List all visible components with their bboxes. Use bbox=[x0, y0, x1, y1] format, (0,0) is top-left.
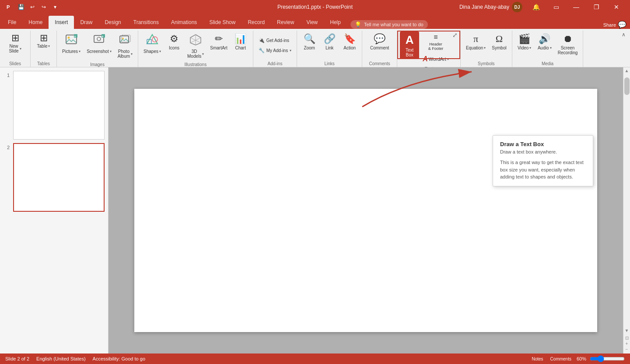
slide-canvas bbox=[134, 89, 597, 332]
links-group-label: Links bbox=[299, 60, 360, 67]
scroll-up-button[interactable]: ▲ bbox=[624, 67, 630, 74]
action-button[interactable]: 🔖 Action bbox=[340, 32, 359, 52]
wordart-label: WordArt bbox=[429, 56, 446, 62]
customize-qa-button[interactable]: ▾ bbox=[50, 2, 60, 12]
user-name: Dina Jane Abay-abay bbox=[459, 4, 509, 10]
pictures-button[interactable]: + Pictures ▾ bbox=[60, 32, 83, 56]
minimize-button[interactable]: — bbox=[566, 0, 586, 14]
images-group-content: + Pictures ▾ + Screenshot ▾ bbox=[59, 31, 136, 61]
tab-design[interactable]: Design bbox=[98, 16, 127, 29]
tab-transitions[interactable]: Transitions bbox=[127, 16, 165, 29]
maximize-button[interactable]: ❐ bbox=[586, 0, 606, 14]
3d-models-dropdown-arrow: ▾ bbox=[202, 52, 204, 56]
photo-album-button[interactable]: PhotoAlbum ▾ bbox=[115, 32, 135, 60]
notifications-button[interactable]: 🔔 bbox=[526, 0, 546, 14]
right-scrollbar[interactable]: ▲ ▼ ⊡ + − bbox=[623, 67, 630, 354]
tab-insert[interactable]: Insert bbox=[49, 16, 74, 29]
tab-animations[interactable]: Animations bbox=[165, 16, 203, 29]
tell-me-input[interactable]: Tell me what you want to do bbox=[364, 22, 424, 27]
header-footer-button[interactable]: ≡ Header& Footer bbox=[420, 32, 452, 52]
window-title: Presentation1.pptx - PowerPoint bbox=[277, 4, 353, 10]
chart-button[interactable]: 📊 Chart bbox=[231, 32, 250, 52]
video-dropdown-arrow: ▾ bbox=[529, 46, 531, 50]
smartart-button[interactable]: ✏ SmartArt bbox=[207, 32, 230, 52]
zoom-out-button[interactable]: − bbox=[626, 347, 628, 352]
slides-group-content: ⊞ NewSlide ▾ bbox=[5, 31, 26, 60]
notes-button[interactable]: Notes bbox=[530, 357, 545, 361]
table-button[interactable]: ⊞ Table ▾ bbox=[34, 32, 53, 50]
svg-point-7 bbox=[97, 37, 101, 41]
share-button[interactable]: Share bbox=[603, 22, 616, 28]
shapes-label: Shapes bbox=[144, 49, 158, 54]
addins-group-content: 🔌 Get Add-ins 🔧 My Add-ins ▾ bbox=[255, 31, 295, 60]
slide-1-thumbnail[interactable] bbox=[13, 71, 105, 140]
tab-review[interactable]: Review bbox=[271, 16, 300, 29]
ribbon-collapse-button[interactable]: ∧ bbox=[619, 31, 628, 38]
screenshot-icon: + bbox=[93, 33, 105, 48]
fit-page-button[interactable]: ⊡ bbox=[625, 336, 629, 340]
tab-slideshow[interactable]: Slide Show bbox=[203, 16, 242, 29]
new-slide-button[interactable]: ⊞ NewSlide ▾ bbox=[6, 32, 25, 55]
tab-record[interactable]: Record bbox=[242, 16, 271, 29]
scrollbar-thumb[interactable] bbox=[624, 77, 630, 95]
wordart-button[interactable]: A WordArt ▾ bbox=[420, 53, 452, 65]
text-box-button[interactable]: A TextBox bbox=[400, 32, 419, 59]
icons-button[interactable]: ⚙ Icons bbox=[164, 32, 184, 52]
screen-recording-button[interactable]: ⏺ ScreenRecording bbox=[555, 32, 581, 57]
tab-draw[interactable]: Draw bbox=[74, 16, 98, 29]
undo-qa-button[interactable]: ↩ bbox=[27, 2, 38, 12]
my-addins-button[interactable]: 🔧 My Add-ins ▾ bbox=[256, 46, 294, 55]
comment-button[interactable]: 💬 Comment bbox=[368, 32, 392, 52]
media-group-content: 🎬 Video ▾ 🔊 Audio ▾ ⏺ ScreenRecording bbox=[514, 31, 581, 60]
tab-home[interactable]: Home bbox=[22, 16, 49, 29]
shapes-button[interactable]: Shapes ▾ bbox=[141, 32, 164, 56]
comments-status-button[interactable]: Comments bbox=[549, 357, 573, 361]
zoom-in-button[interactable]: + bbox=[626, 341, 628, 346]
title-bar: P 💾 ↩ ↪ ▾ Presentation1.pptx - PowerPoin… bbox=[0, 0, 630, 14]
screenshot-button[interactable]: + Screenshot ▾ bbox=[84, 32, 114, 56]
zoom-icon: 🔍 bbox=[304, 33, 315, 45]
ribbon-group-addins: 🔌 Get Add-ins 🔧 My Add-ins ▾ Add-ins bbox=[253, 31, 297, 67]
new-slide-dropdown-arrow: ▾ bbox=[20, 47, 21, 51]
video-icon: 🎬 bbox=[518, 33, 530, 45]
tab-help[interactable]: Help bbox=[324, 16, 347, 29]
ribbon-display-button[interactable]: ▭ bbox=[546, 0, 566, 14]
pictures-label: Pictures bbox=[62, 49, 78, 54]
link-button[interactable]: 🔗 Link bbox=[320, 32, 339, 52]
text-expand-button[interactable]: ⤢ bbox=[452, 32, 458, 38]
tooltip-body: This is a great way to get the exact tex… bbox=[500, 159, 586, 181]
symbol-button[interactable]: Ω Symbol bbox=[489, 32, 509, 52]
3d-models-button[interactable]: 3DModels ▾ bbox=[185, 32, 206, 60]
zoom-slider[interactable] bbox=[590, 355, 625, 362]
tab-view[interactable]: View bbox=[300, 16, 324, 29]
close-button[interactable]: ✕ bbox=[606, 0, 626, 14]
get-addins-label: Get Add-ins bbox=[266, 38, 289, 43]
action-label: Action bbox=[343, 46, 356, 50]
tell-me-box[interactable]: 💡 Tell me what you want to do bbox=[350, 20, 428, 29]
slides-panel: 1 2 bbox=[0, 67, 108, 354]
tab-file[interactable]: File bbox=[2, 16, 22, 29]
chart-label: Chart bbox=[235, 46, 245, 50]
scroll-down-button[interactable]: ▼ bbox=[624, 327, 630, 334]
audio-button[interactable]: 🔊 Audio ▾ bbox=[535, 32, 554, 52]
comments-button[interactable]: 💬 bbox=[618, 21, 626, 29]
audio-icon: 🔊 bbox=[539, 33, 550, 45]
text-box-label: TextBox bbox=[406, 48, 413, 57]
equation-button[interactable]: π Equation ▾ bbox=[463, 32, 488, 52]
video-button[interactable]: 🎬 Video ▾ bbox=[515, 32, 534, 52]
svg-text:P: P bbox=[7, 4, 10, 10]
illustrations-group-content: Shapes ▾ ⚙ Icons 3DModels ▾ ✏ SmartArt bbox=[140, 31, 251, 61]
get-addins-button[interactable]: 🔌 Get Add-ins bbox=[256, 36, 292, 45]
redo-qa-button[interactable]: ↪ bbox=[38, 2, 49, 12]
svg-text:+: + bbox=[102, 35, 104, 38]
link-label: Link bbox=[326, 46, 333, 50]
user-avatar: DJ bbox=[512, 2, 522, 12]
symbol-label: Symbol bbox=[492, 46, 506, 50]
slide-2-thumbnail[interactable] bbox=[13, 143, 105, 212]
smartart-icon: ✏ bbox=[215, 33, 223, 45]
status-bar-left: Slide 2 of 2 English (United States) Acc… bbox=[5, 356, 145, 361]
save-qa-button[interactable]: 💾 bbox=[16, 2, 26, 12]
tables-group-label: Tables bbox=[32, 60, 55, 67]
slide-2-number: 2 bbox=[4, 143, 10, 150]
zoom-button[interactable]: 🔍 Zoom bbox=[300, 32, 319, 52]
